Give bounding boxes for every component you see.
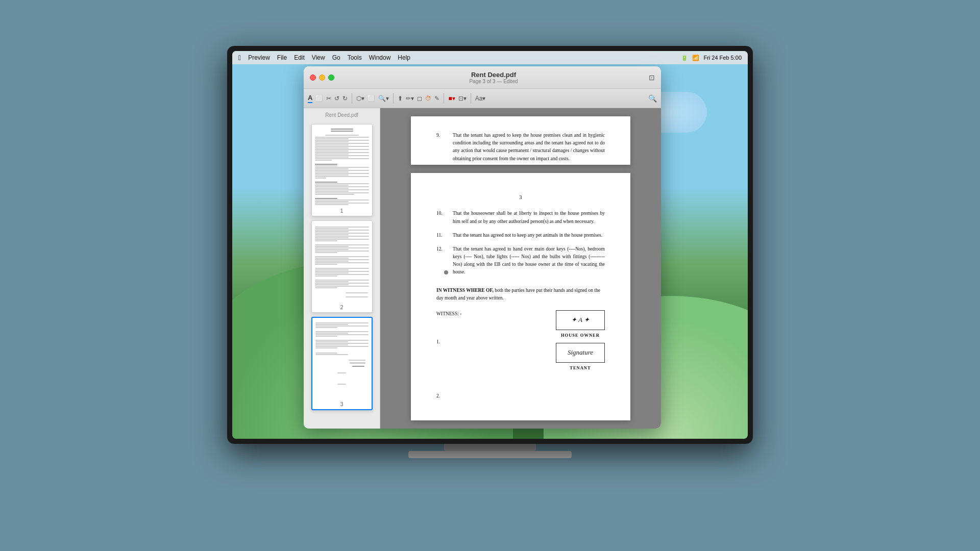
content-area: Rent Deed.pdf <box>304 108 661 429</box>
clause-10-text: That the houseowner shall be at liberty … <box>453 210 605 225</box>
screen:  Preview File Edit View Go Tools Window… <box>232 51 748 439</box>
signature-block: WITNESS: - 1. ✦ A <box>436 310 605 372</box>
clause-12: 12. That the tenant has agreed to hand o… <box>436 245 605 277</box>
page-1-thumbnail[interactable]: 1 <box>311 124 373 216</box>
witness-section: IN WITNESS WHERE OF, both the parties ha… <box>436 287 605 400</box>
search-tool[interactable]: 🔍 <box>648 94 657 103</box>
zoom-tool[interactable]: 🔍▾ <box>378 95 389 102</box>
house-owner-sig-box: ✦ A ✦ <box>556 310 605 330</box>
toolbar: A ⬜ ✂ ↺ ↻ ⬡▾ ⬜ 🔍▾ ⬆ ✏▾ ◻ ⏱ ✎ <box>304 89 661 108</box>
page-3-document: 3 10. That the houseowner shall be at li… <box>411 173 630 420</box>
witness-2-container: 2. <box>436 392 605 400</box>
title-area: Rent Deed.pdf Page 3 of 3 — Edited <box>342 71 645 84</box>
clause-11-num: 11. <box>436 232 449 239</box>
rotate-left-tool[interactable]: ↺ <box>334 95 339 102</box>
toolbar-separator-1 <box>352 93 352 104</box>
text-tool-active[interactable]: A <box>308 94 312 103</box>
toolbar-separator-2 <box>393 93 394 104</box>
desktop:  Preview File Edit View Go Tools Window… <box>232 51 748 439</box>
sidebar-toggle-icon[interactable]: ⊡ <box>649 73 655 82</box>
signature-area: ✦ A ✦ HOUSE OWNER Signature TENA <box>556 310 605 372</box>
page-1-content <box>314 127 370 206</box>
clause-11-text: That the tenant has agreed not to keep a… <box>453 232 605 239</box>
house-owner-label: HOUSE OWNER <box>556 332 605 339</box>
datetime-display: Fri 24 Feb 5:00 <box>703 55 742 61</box>
clause-10-num: 10. <box>436 210 449 225</box>
file-menu[interactable]: File <box>277 54 287 61</box>
witness-1-text: 1. <box>436 339 440 344</box>
markup-tool[interactable]: ✏▾ <box>406 95 414 102</box>
color-tool[interactable]: ■▾ <box>448 95 455 102</box>
maximize-button[interactable] <box>328 74 334 81</box>
wifi-indicator: 📶 <box>692 55 699 61</box>
clause-9-text: That the tenant has agreed to keep the h… <box>453 132 605 163</box>
clause-9-num: 9. <box>436 132 449 163</box>
rotate-right-tool[interactable]: ↻ <box>342 95 348 102</box>
page-3-num: 3 <box>314 401 370 407</box>
highlight-tool[interactable]: ◻ <box>417 95 422 102</box>
page-1-num: 1 <box>314 208 370 214</box>
screen-bezel:  Preview File Edit View Go Tools Window… <box>227 46 753 444</box>
house-owner-signature-image: ✦ A ✦ <box>564 314 597 327</box>
witness-label: WITNESS: - <box>436 310 461 318</box>
stand-base <box>408 451 572 458</box>
apple-menu[interactable]:  <box>238 54 241 62</box>
tools-menu[interactable]: Tools <box>348 54 362 61</box>
share-tool[interactable]: ⬆ <box>398 95 403 102</box>
window-title: Rent Deed.pdf <box>471 71 516 79</box>
edit-tool[interactable]: ✎ <box>434 95 439 102</box>
tenant-label: TENANT <box>556 365 605 372</box>
rect-select-tool[interactable]: ⬜ <box>315 95 323 102</box>
toolbar-separator-3 <box>444 93 444 104</box>
go-menu[interactable]: Go <box>332 54 340 61</box>
title-bar: Rent Deed.pdf Page 3 of 3 — Edited ⊡ <box>304 66 661 89</box>
minimize-button[interactable] <box>319 74 325 81</box>
stand-neck <box>444 444 536 451</box>
window-menu[interactable]: Window <box>369 54 391 61</box>
traffic-lights <box>310 74 334 81</box>
partial-page-top: 9. That the tenant has agreed to keep th… <box>411 116 630 165</box>
preview-window: Rent Deed.pdf Page 3 of 3 — Edited ⊡ A ⬜… <box>304 66 661 429</box>
timer-tool[interactable]: ⏱ <box>425 95 431 102</box>
edit-menu[interactable]: Edit <box>294 54 305 61</box>
font-tool[interactable]: Aa▾ <box>475 95 486 102</box>
clause-9: 9. That the tenant has agreed to keep th… <box>436 132 605 163</box>
in-witness-bold: IN WITNESS WHERE OF, <box>436 288 494 293</box>
clause-11: 11. That the tenant has agreed not to ke… <box>436 232 605 239</box>
tenant-sig-container: Signature TENANT <box>556 343 605 371</box>
stroke-tool[interactable]: ⊡▾ <box>458 95 467 102</box>
tenant-signature-image: Signature <box>564 346 597 359</box>
page-2-content <box>314 223 370 302</box>
thumbnail-sidebar: Rent Deed.pdf <box>304 108 380 429</box>
clause-12-num: 12. <box>436 245 449 277</box>
page-3-number: 3 <box>436 193 605 202</box>
page-2-thumbnail[interactable]: 2 <box>311 220 373 313</box>
clause-10: 10. That the houseowner shall be at libe… <box>436 210 605 225</box>
tenant-sig-box: Signature <box>556 343 605 363</box>
view-menu[interactable]: View <box>312 54 325 61</box>
menubar-right: 🔋 📶 Fri 24 Feb 5:00 <box>681 55 742 61</box>
page-2-num: 2 <box>314 304 370 310</box>
shape-tool[interactable]: ⬡▾ <box>356 95 364 102</box>
witness-1: 1. <box>436 338 461 346</box>
sidebar-filename: Rent Deed.pdf <box>325 112 358 118</box>
clause-12-text: That the tenant has agreed to hand over … <box>453 245 605 277</box>
battery-indicator: 🔋 <box>681 55 688 61</box>
macbook-container:  Preview File Edit View Go Tools Window… <box>222 46 758 505</box>
page-3-thumbnail[interactable]: 3 <box>311 317 373 410</box>
witness-lines: WITNESS: - 1. <box>436 310 461 346</box>
witness-2-text: 2. <box>436 393 440 398</box>
close-button[interactable] <box>310 74 316 81</box>
ellipse-tool[interactable]: ✂ <box>326 95 331 102</box>
help-menu[interactable]: Help <box>398 54 410 61</box>
menubar:  Preview File Edit View Go Tools Window… <box>232 51 748 64</box>
crop-tool[interactable]: ⬜ <box>368 95 375 102</box>
window-subtitle: Page 3 of 3 — Edited <box>469 79 518 84</box>
witness-label-text: WITNESS: - <box>436 311 461 316</box>
page-3-content <box>314 320 370 399</box>
title-bar-actions: ⊡ <box>649 73 655 82</box>
in-witness-paragraph: IN WITNESS WHERE OF, both the parties ha… <box>436 287 605 302</box>
page-view-area[interactable]: 9. That the tenant has agreed to keep th… <box>380 108 661 429</box>
menubar-left:  Preview File Edit View Go Tools Window… <box>238 54 410 62</box>
app-name-menu[interactable]: Preview <box>248 54 270 61</box>
